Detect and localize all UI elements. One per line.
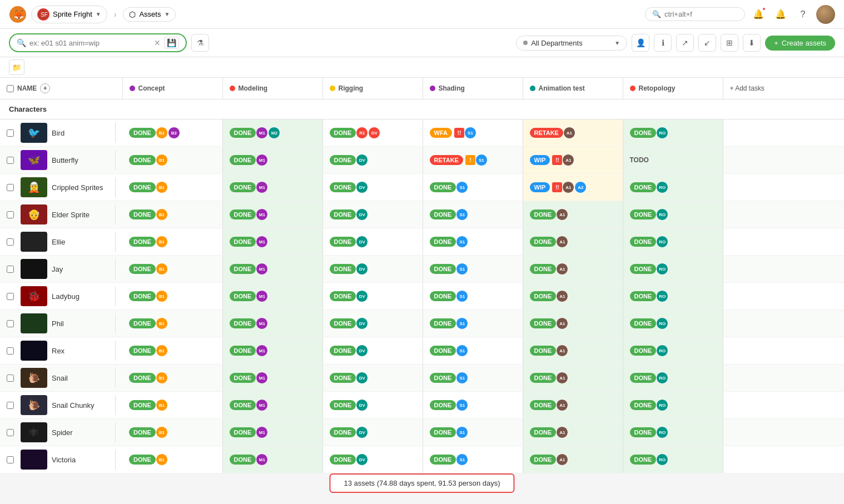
task-cell[interactable]: WFA!!S1 <box>430 127 516 139</box>
task-cell[interactable]: DONERO <box>630 317 716 330</box>
td-retopology[interactable]: DONERO <box>623 392 723 419</box>
task-cell[interactable]: DONEDV <box>330 399 416 411</box>
download-button[interactable]: ⬇ <box>743 34 761 52</box>
asset-name[interactable]: Phil <box>52 320 64 328</box>
td-concept[interactable]: DONEB1 <box>122 392 222 419</box>
task-cell[interactable]: DONEDV <box>330 236 416 248</box>
td-concept[interactable]: DONEB1 <box>122 283 222 310</box>
task-cell[interactable]: DONEM1 <box>230 208 316 221</box>
td-animation[interactable]: DONEA1 <box>523 337 623 365</box>
task-cell[interactable]: DONEA1 <box>530 208 616 221</box>
td-concept[interactable]: DONEB1 <box>122 337 222 365</box>
task-cell[interactable]: DONEB1 <box>129 345 216 357</box>
alerts-button[interactable]: 🔔 <box>772 6 790 23</box>
row-checkbox[interactable] <box>7 266 14 273</box>
task-cell[interactable]: DONEM1 <box>230 263 316 275</box>
td-shading[interactable]: DONES1 <box>423 283 523 310</box>
task-cell[interactable]: DONERO <box>630 399 716 411</box>
td-modeling[interactable]: DONEM1 <box>222 446 322 473</box>
td-retopology[interactable]: DONERO <box>623 201 723 228</box>
td-shading[interactable]: DONES1 <box>423 419 523 446</box>
columns-button[interactable]: ⊞ <box>721 34 738 52</box>
task-cell[interactable]: DONES1 <box>430 290 516 302</box>
td-rigging[interactable]: DONEDV <box>322 337 423 365</box>
task-cell[interactable]: DONEM1 <box>230 399 316 411</box>
td-shading[interactable]: DONES1 <box>423 174 523 201</box>
td-modeling[interactable]: DONEM1 <box>222 337 322 365</box>
td-rigging[interactable]: DONEDV <box>322 446 423 473</box>
task-cell[interactable]: DONEM1 <box>230 426 316 438</box>
td-modeling[interactable]: DONEM1 <box>222 256 322 283</box>
td-concept[interactable]: DONEB1 <box>122 147 222 174</box>
task-cell[interactable]: DONES1 <box>430 399 516 411</box>
task-cell[interactable]: DONEM1 <box>230 317 316 330</box>
row-checkbox[interactable] <box>7 429 14 436</box>
task-cell[interactable]: DONEA1 <box>530 453 616 466</box>
row-checkbox[interactable] <box>7 456 14 463</box>
td-shading[interactable]: DONES1 <box>423 446 523 473</box>
task-cell[interactable]: DONEA1 <box>530 399 616 411</box>
task-cell[interactable]: DONEA1 <box>530 345 616 357</box>
asset-name[interactable]: Victoria <box>52 456 76 464</box>
task-cell[interactable]: RETAKEA1 <box>530 127 616 139</box>
td-concept[interactable]: DONEB1 <box>122 310 222 337</box>
td-retopology[interactable]: DONERO <box>623 337 723 365</box>
app-logo[interactable]: 🦊 <box>9 6 27 23</box>
td-concept[interactable]: DONEB1 <box>122 228 222 256</box>
task-cell[interactable]: DONES1 <box>430 181 516 193</box>
project-selector[interactable]: SF Sprite Fright ▼ <box>31 6 107 23</box>
task-cell[interactable]: DONEB1 <box>129 290 216 302</box>
task-cell[interactable]: DONERO <box>630 208 716 221</box>
asset-name[interactable]: Crippled Sprites <box>52 183 103 192</box>
td-animation[interactable]: DONEA1 <box>523 201 623 228</box>
td-rigging[interactable]: DONEDV <box>322 310 423 337</box>
td-concept[interactable]: DONEB1 <box>122 174 222 201</box>
td-animation[interactable]: DONEA1 <box>523 365 623 392</box>
task-cell[interactable]: DONEB1 <box>129 263 216 275</box>
task-cell[interactable]: DONEA1 <box>530 372 616 384</box>
task-cell[interactable]: DONERO <box>630 181 716 193</box>
asset-name[interactable]: Ellie <box>52 238 66 246</box>
asset-name[interactable]: Butterfly <box>52 156 78 164</box>
asset-name[interactable]: Jay <box>52 265 63 273</box>
task-cell[interactable]: DONEDV <box>330 426 416 438</box>
td-concept[interactable]: DONEB1 <box>122 256 222 283</box>
td-animation[interactable]: DONEA1 <box>523 256 623 283</box>
import-button[interactable]: ↙ <box>698 34 716 52</box>
td-animation[interactable]: WIP!!A1 <box>523 147 623 174</box>
filter-button[interactable]: ⚗ <box>191 34 209 52</box>
task-cell[interactable]: DONER1DV <box>330 127 416 139</box>
task-cell[interactable]: DONEM1 <box>230 181 316 193</box>
task-cell[interactable]: WIP!!A1 <box>530 154 616 166</box>
td-shading[interactable]: DONES1 <box>423 310 523 337</box>
td-rigging[interactable]: DONEDV <box>322 419 423 446</box>
td-modeling[interactable]: DONEM1 <box>222 174 322 201</box>
td-modeling[interactable]: DONEM1 <box>222 147 322 174</box>
task-cell[interactable]: DONEA1 <box>530 317 616 330</box>
td-retopology[interactable]: DONERO <box>623 365 723 392</box>
task-cell[interactable]: DONEM1 <box>230 372 316 384</box>
task-cell[interactable]: DONEB1 <box>129 453 216 466</box>
search-clear-button[interactable]: ✕ <box>154 38 161 47</box>
row-checkbox[interactable] <box>7 184 14 191</box>
td-animation[interactable]: DONEA1 <box>523 392 623 419</box>
td-retopology[interactable]: DONERO <box>623 256 723 283</box>
department-selector[interactable]: All Departments ▼ <box>516 36 627 51</box>
export-button[interactable]: ↗ <box>676 34 694 52</box>
td-rigging[interactable]: DONEDV <box>322 174 423 201</box>
td-concept[interactable]: DONEB1 <box>122 419 222 446</box>
row-checkbox[interactable] <box>7 320 14 327</box>
td-rigging[interactable]: DONEDV <box>322 283 423 310</box>
task-cell[interactable]: DONEB1 <box>129 399 216 411</box>
task-cell[interactable]: DONEA1 <box>530 236 616 248</box>
task-cell[interactable]: DONES1 <box>430 372 516 384</box>
asset-search-input[interactable] <box>29 39 151 47</box>
td-concept[interactable]: DONEB1 <box>122 365 222 392</box>
td-retopology[interactable]: DONERO <box>623 174 723 201</box>
td-shading[interactable]: DONES1 <box>423 201 523 228</box>
td-animation[interactable]: DONEA1 <box>523 310 623 337</box>
task-cell[interactable]: DONEM1 <box>230 236 316 248</box>
td-concept[interactable]: DONEB1 <box>122 201 222 228</box>
asset-name[interactable]: Spider <box>52 428 73 437</box>
task-cell[interactable]: DONEDV <box>330 208 416 221</box>
